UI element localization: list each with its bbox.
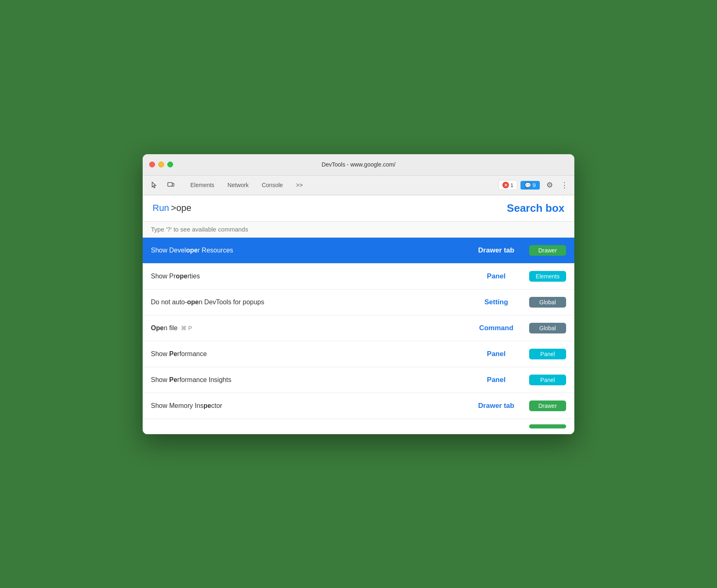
query-text: >ope — [171, 203, 192, 213]
toolbar-right: ✕ 1 💬 9 ⚙ ⋮ — [499, 178, 569, 192]
result-type: Panel — [463, 376, 529, 384]
result-label: Do not auto-open DevTools for popups — [151, 299, 463, 306]
command-palette-header: Run >ope Search box — [143, 195, 574, 222]
result-label: Show Performance — [151, 350, 463, 358]
result-label: Show Properties — [151, 273, 463, 280]
result-type: Drawer tab — [463, 402, 529, 410]
result-row[interactable]: Show PropertiesPanelElements — [143, 264, 574, 289]
result-badge: Global — [529, 323, 566, 333]
tab-more[interactable]: >> — [289, 179, 309, 191]
result-row[interactable]: Open file⌘ PCommandGlobal — [143, 315, 574, 341]
window-title: DevTools - www.google.com/ — [321, 161, 396, 168]
tab-network[interactable]: Network — [221, 179, 255, 191]
result-label: Show Memory Inspector — [151, 402, 463, 410]
result-badge: Drawer — [529, 400, 566, 411]
result-type: Command — [463, 324, 529, 332]
error-count-badge[interactable]: ✕ 1 — [499, 180, 517, 190]
tab-console[interactable]: Console — [255, 179, 289, 191]
message-count-badge[interactable]: 💬 9 — [520, 181, 540, 190]
result-type: Drawer tab — [463, 246, 529, 255]
result-row[interactable]: Show Developer ResourcesDrawer tabDrawer — [143, 238, 574, 264]
main-tabs: Elements Network Console >> — [184, 179, 309, 191]
error-count: 1 — [511, 182, 513, 188]
svg-rect-1 — [172, 183, 174, 186]
maximize-button[interactable] — [167, 162, 173, 167]
devtools-window: DevTools - www.google.com/ Elements Netw… — [143, 154, 574, 434]
device-toggle-button[interactable] — [164, 178, 177, 192]
result-row[interactable]: Show PerformancePanelPanel — [143, 341, 574, 367]
result-badge: Panel — [529, 349, 566, 359]
minimize-button[interactable] — [158, 162, 164, 167]
result-row[interactable]: Show Memory InspectorDrawer tabDrawer — [143, 393, 574, 419]
result-row[interactable]: Show Performance InsightsPanelPanel — [143, 367, 574, 393]
titlebar: DevTools - www.google.com/ — [143, 154, 574, 176]
result-type: Panel — [463, 350, 529, 358]
shortcut: ⌘ P — [181, 325, 192, 331]
result-badge: Panel — [529, 375, 566, 385]
command-search-input[interactable] — [151, 226, 566, 233]
device-icon — [167, 181, 174, 189]
svg-rect-0 — [168, 183, 172, 186]
settings-button[interactable]: ⚙ — [543, 178, 556, 192]
result-badge: Global — [529, 297, 566, 308]
inspect-element-button[interactable] — [148, 178, 161, 192]
search-row — [143, 222, 574, 238]
msg-count: 9 — [533, 182, 536, 188]
run-query: Run >ope — [153, 203, 191, 213]
close-button[interactable] — [149, 162, 155, 167]
cursor-icon — [150, 181, 158, 189]
result-type: Setting — [463, 298, 529, 306]
result-label: Show Developer Resources — [151, 247, 463, 254]
result-label: Open file⌘ P — [151, 324, 463, 332]
search-box-label: Search box — [507, 202, 564, 215]
tab-elements[interactable]: Elements — [184, 179, 221, 191]
result-type: Panel — [463, 272, 529, 280]
traffic-lights — [149, 162, 173, 167]
run-label: Run — [153, 203, 169, 213]
more-options-button[interactable]: ⋮ — [560, 178, 569, 192]
result-badge: Elements — [529, 271, 566, 282]
result-label: Show Performance Insights — [151, 376, 463, 384]
result-row-partial — [143, 419, 574, 434]
msg-icon: 💬 — [525, 182, 531, 188]
error-icon: ✕ — [502, 182, 509, 188]
result-row[interactable]: Do not auto-open DevTools for popupsSett… — [143, 289, 574, 315]
toolbar: Elements Network Console >> ✕ 1 💬 9 ⚙ ⋮ — [143, 176, 574, 195]
result-badge: Drawer — [529, 245, 566, 256]
results-list: Show Developer ResourcesDrawer tabDrawer… — [143, 238, 574, 434]
